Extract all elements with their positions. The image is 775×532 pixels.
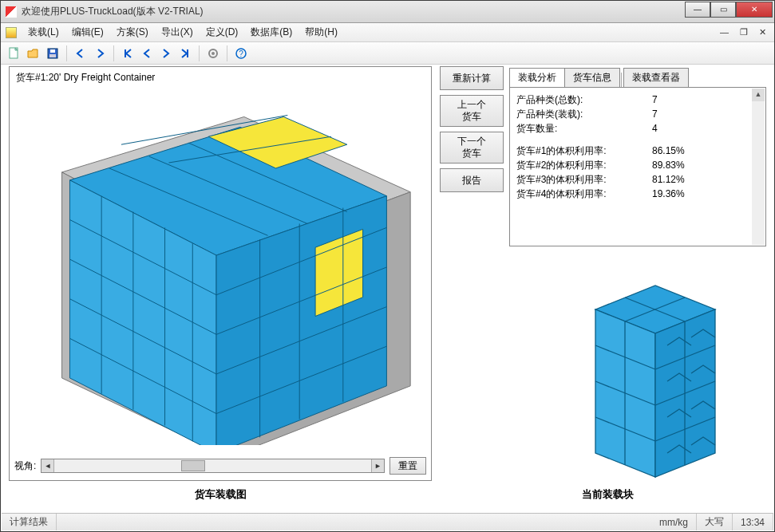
mdi-minimize[interactable]: —: [717, 27, 732, 37]
scroll-thumb[interactable]: [181, 460, 205, 471]
info-key: 货车数量:: [516, 121, 652, 136]
info-key: 货车#3的体积利用率:: [516, 172, 652, 187]
viewport-panel: 货车#1:20' Dry Freight Container: [9, 66, 432, 481]
viewport-3d[interactable]: [14, 89, 426, 445]
back-icon[interactable]: [72, 45, 89, 62]
maximize-button[interactable]: ▭: [710, 2, 736, 18]
info-row: 货车#4的体积利用率:19.36%: [516, 187, 757, 201]
menu-edit[interactable]: 编辑(E): [65, 24, 110, 41]
mdi-controls: — ❐ ✕: [717, 27, 769, 37]
info-val: 7: [652, 93, 658, 107]
separator: [199, 45, 200, 61]
settings-icon[interactable]: [204, 45, 222, 62]
info-key: 产品种类(装载):: [516, 107, 652, 121]
report-button[interactable]: 报告: [440, 168, 504, 192]
forward-icon[interactable]: [91, 45, 109, 62]
block-3d[interactable]: [520, 266, 751, 481]
toolbar: ?: [1, 42, 774, 65]
info-row: 产品种类(装载):7: [516, 107, 757, 121]
status-time: 13:34: [733, 514, 773, 530]
tab-truck-info[interactable]: 货车信息: [564, 68, 620, 87]
menu-export[interactable]: 导出(X): [155, 24, 200, 41]
info-wrap: 装载分析 货车信息 装载查看器 产品种类(总数):7 产品种类(装载):7 货车…: [509, 66, 766, 246]
info-val: 7: [652, 107, 658, 121]
scroll-left-icon[interactable]: ◄: [42, 459, 54, 472]
new-icon[interactable]: [6, 45, 23, 62]
separator: [227, 45, 227, 61]
info-key: 货车#2的体积利用率:: [516, 158, 652, 172]
info-row: 产品种类(总数):7: [516, 93, 757, 107]
reset-button[interactable]: 重置: [389, 457, 426, 475]
first-icon[interactable]: [119, 45, 136, 62]
window-title: 欢迎使用PLUS-TruckLoad(版本 V2-TRIAL): [22, 5, 685, 18]
tabs: 装载分析 货车信息 装载查看器: [509, 66, 766, 87]
menu-plan[interactable]: 方案(S): [110, 24, 155, 41]
info-row: 货车#3的体积利用率:81.12%: [516, 172, 757, 187]
angle-scrollbar[interactable]: ◄ ►: [41, 459, 385, 473]
info-val: 81.12%: [652, 172, 685, 187]
prev-truck-button[interactable]: 上一个 货车: [440, 95, 504, 127]
next-icon[interactable]: [157, 45, 175, 62]
window: 欢迎使用PLUS-TruckLoad(版本 V2-TRIAL) — ▭ ✕ 装载…: [0, 0, 775, 532]
svg-rect-2: [50, 49, 55, 53]
tab-viewer[interactable]: 装载查看器: [623, 68, 689, 87]
app-menu-icon: [6, 27, 17, 38]
info-val: 86.15%: [652, 144, 685, 158]
info-key: 货车#4的体积利用率:: [516, 187, 652, 201]
svg-rect-3: [49, 54, 56, 57]
svg-text:?: ?: [239, 49, 243, 58]
save-icon[interactable]: [44, 45, 61, 62]
next-truck-button[interactable]: 下一个 货车: [440, 132, 504, 164]
menu-define[interactable]: 定义(D): [200, 24, 245, 41]
scroll-right-icon[interactable]: ►: [371, 459, 384, 472]
last-icon[interactable]: [176, 45, 194, 62]
info-key: 货车#1的体积利用率:: [516, 144, 652, 158]
tab-separator: [621, 73, 622, 87]
status-caps: 大写: [697, 514, 733, 530]
separator: [113, 45, 114, 61]
app-icon: [6, 6, 17, 18]
titlebar: 欢迎使用PLUS-TruckLoad(版本 V2-TRIAL) — ▭ ✕: [1, 1, 774, 23]
info-val: 89.83%: [652, 158, 685, 172]
svg-point-5: [212, 52, 215, 55]
mdi-restore[interactable]: ❐: [737, 27, 751, 37]
info-scrollbar[interactable]: ▲: [752, 89, 765, 245]
menu-help[interactable]: 帮助(H): [299, 24, 344, 41]
tab-analysis[interactable]: 装载分析: [509, 68, 565, 87]
status-left: 计算结果: [2, 514, 57, 530]
mdi-close[interactable]: ✕: [756, 27, 769, 37]
recalc-button[interactable]: 重新计算: [440, 66, 504, 90]
info-key: 产品种类(总数):: [516, 93, 652, 107]
viewport-title: 货车#1:20' Dry Freight Container: [10, 67, 431, 89]
status-units: mm/kg: [651, 514, 697, 530]
scroll-track[interactable]: [54, 459, 371, 472]
separator: [66, 45, 67, 61]
open-icon[interactable]: [25, 45, 42, 62]
info-body: 产品种类(总数):7 产品种类(装载):7 货车数量:4 货车#1的体积利用率:…: [509, 87, 766, 246]
prev-icon[interactable]: [138, 45, 156, 62]
content: 货车#1:20' Dry Freight Container: [9, 66, 766, 512]
scroll-up-icon[interactable]: ▲: [752, 89, 765, 101]
spacer: [516, 136, 757, 144]
menu-db[interactable]: 数据库(B): [244, 24, 299, 41]
menubar: 装载(L) 编辑(E) 方案(S) 导出(X) 定义(D) 数据库(B) 帮助(…: [1, 23, 774, 42]
block-caption: 当前装载块: [456, 487, 759, 502]
window-controls: — ▭ ✕: [685, 3, 773, 21]
viewport-caption: 货车装载图: [9, 487, 432, 502]
info-row: 货车数量:4: [516, 121, 757, 136]
menu-load[interactable]: 装载(L): [22, 24, 65, 41]
angle-label: 视角:: [14, 459, 36, 473]
statusbar: 计算结果 mm/kg 大写 13:34: [2, 513, 773, 530]
viewport-bottom: 视角: ◄ ► 重置: [14, 456, 426, 475]
info-row: 货车#1的体积利用率:86.15%: [516, 144, 757, 158]
side-buttons: 重新计算 上一个 货车 下一个 货车 报告: [440, 66, 504, 192]
help-icon[interactable]: ?: [232, 45, 250, 62]
info-val: 4: [652, 121, 658, 136]
info-row: 货车#2的体积利用率:89.83%: [516, 158, 757, 172]
info-val: 19.36%: [652, 187, 685, 201]
minimize-button[interactable]: —: [685, 2, 710, 18]
close-button[interactable]: ✕: [736, 2, 773, 18]
